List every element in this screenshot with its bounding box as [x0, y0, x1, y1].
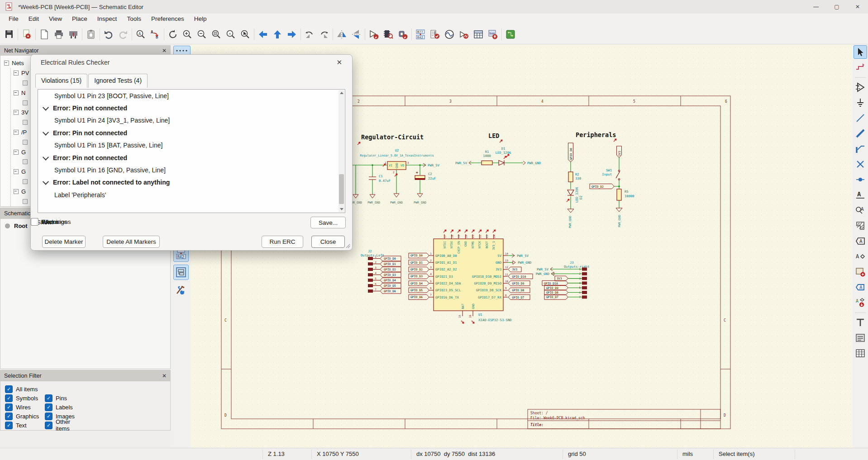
scroll-up-icon[interactable] [340, 92, 343, 94]
paste-icon[interactable] [84, 27, 98, 42]
delete-marker-button[interactable]: Delete Marker [42, 236, 86, 248]
annotate-icon[interactable]: R??R42 [413, 27, 428, 42]
filter-checkbox[interactable]: Labels [45, 403, 85, 411]
chevron-down-icon[interactable] [43, 129, 49, 135]
expander-icon[interactable] [14, 150, 19, 155]
minimize-button[interactable]: — [806, 0, 826, 14]
expander-icon[interactable] [4, 61, 9, 66]
filter-checkbox[interactable]: Symbols [5, 394, 45, 402]
expander-icon[interactable] [14, 189, 19, 194]
nav-forward-icon[interactable] [285, 27, 299, 42]
chevron-down-icon[interactable] [43, 179, 49, 185]
nav-back-icon[interactable] [256, 27, 270, 42]
save-icon[interactable] [2, 27, 16, 42]
checkbox-icon[interactable] [31, 218, 38, 226]
assign-footprints-icon[interactable] [457, 27, 471, 42]
export-bom-icon[interactable]: bom [486, 27, 500, 42]
place-text-icon[interactable] [854, 316, 867, 329]
draw-wire-icon[interactable] [854, 111, 867, 125]
window-titlebar[interactable]: *Week6-PCB [Week6-PCB] — Schematic Edito… [0, 0, 868, 14]
checkbox-icon[interactable] [5, 403, 13, 411]
place-symbol-icon[interactable] [854, 81, 867, 94]
checkbox-icon[interactable] [5, 422, 13, 429]
menu-item[interactable]: Edit [24, 14, 44, 24]
grid-dots-button[interactable] [173, 46, 191, 55]
symbol-browser-icon[interactable] [381, 27, 396, 42]
page-settings-icon[interactable] [37, 27, 52, 42]
checkbox-icon[interactable] [45, 403, 52, 411]
violation-row[interactable]: Symbol U1 Pin 23 [BOOT, Passive, Line] [38, 90, 345, 102]
units-setting[interactable]: mils [682, 451, 693, 457]
open-pcb-editor-icon[interactable] [503, 27, 518, 42]
menu-item[interactable]: Tools [122, 14, 146, 24]
close-icon[interactable]: ✕ [162, 373, 167, 379]
delete-all-markers-button[interactable]: Delete All Markers [103, 236, 160, 248]
expander-icon[interactable] [14, 110, 19, 115]
maximize-button[interactable]: ▢ [826, 0, 847, 14]
sheet-pin-icon[interactable]: A [854, 280, 867, 294]
erc-check-icon[interactable] [428, 27, 442, 42]
mirror-vertical-icon[interactable] [349, 27, 363, 42]
rotate-cw-icon[interactable] [317, 27, 331, 42]
find-icon[interactable]: A [134, 27, 148, 42]
redo-icon[interactable] [116, 27, 130, 42]
junction-icon[interactable] [854, 173, 867, 186]
simulator-icon[interactable] [442, 27, 457, 42]
chevron-down-icon[interactable] [43, 104, 49, 111]
refresh-icon[interactable] [166, 27, 180, 42]
filter-checkbox[interactable]: Pins [45, 394, 85, 402]
run-erc-button[interactable]: Run ERC [262, 236, 303, 248]
no-connect-icon[interactable] [854, 157, 867, 171]
zoom-objects-icon[interactable] [224, 27, 238, 42]
resize-grip[interactable] [345, 243, 350, 248]
chevron-down-icon[interactable] [43, 154, 49, 160]
erc-filter-checkbox[interactable]: Exclusions [31, 218, 71, 226]
fields-table-icon[interactable] [471, 27, 486, 42]
selection-filter-header[interactable]: Selection Filter ✕ [0, 370, 170, 381]
scrollbar-thumb[interactable] [339, 174, 344, 204]
menu-item[interactable]: Place [67, 14, 92, 24]
undo-icon[interactable] [101, 27, 116, 42]
draw-bus-icon[interactable] [854, 127, 867, 140]
checkbox-icon[interactable] [5, 385, 13, 393]
bus-entry-icon[interactable] [854, 142, 867, 156]
expander-icon[interactable] [14, 130, 19, 135]
filter-checkbox[interactable]: Other items [45, 418, 85, 432]
erc-tab[interactable]: Ignored Tests (4) [88, 74, 148, 88]
menu-item[interactable]: Inspect [92, 14, 122, 24]
menu-item[interactable]: View [44, 14, 67, 24]
rotate-ccw-icon[interactable] [302, 27, 317, 42]
violation-row[interactable]: Symbol U1 Pin 15 [BAT, Passive, Line] [38, 139, 345, 152]
menu-item[interactable]: File [4, 14, 24, 24]
nav-up-icon[interactable] [270, 27, 285, 42]
menu-item[interactable]: Help [189, 14, 212, 24]
print-icon[interactable] [52, 27, 66, 42]
hierarchy-navigator-button[interactable] [173, 265, 189, 280]
menu-item[interactable]: Preferences [146, 14, 189, 24]
close-button[interactable]: Close [311, 236, 345, 248]
table-icon[interactable] [854, 346, 867, 360]
net-label-icon[interactable]: A [854, 188, 867, 202]
text-box-icon[interactable] [854, 331, 867, 345]
highlight-net-icon[interactable] [854, 61, 867, 74]
find-replace-icon[interactable]: AB [148, 27, 162, 42]
violation-row[interactable]: Symbol U1 Pin 16 [GND, Passive, Line] [38, 164, 345, 176]
rule-area-icon[interactable] [854, 219, 867, 232]
scrollbar[interactable] [339, 90, 344, 212]
zoom-out-icon[interactable] [195, 27, 209, 42]
violation-row[interactable]: Symbol U1 Pin 24 [3V3_1, Passive, Line] [38, 114, 345, 127]
zoom-in-icon[interactable] [180, 27, 195, 42]
scroll-down-icon[interactable] [340, 208, 343, 210]
filter-all-items[interactable]: All items [5, 385, 77, 393]
checkbox-icon[interactable] [45, 394, 52, 402]
checkbox-icon[interactable] [5, 394, 13, 402]
violation-row[interactable]: Label 'Peripherals' [38, 189, 345, 201]
plot-icon[interactable] [66, 27, 81, 42]
global-label-icon[interactable]: A [854, 234, 867, 248]
close-icon[interactable]: ✕ [162, 47, 167, 54]
expander-icon[interactable] [14, 169, 19, 174]
schematic-setup-icon[interactable] [19, 27, 34, 42]
expander-icon[interactable] [14, 90, 19, 95]
save-button[interactable]: Save... [310, 217, 346, 228]
checkbox-icon[interactable] [5, 413, 13, 420]
